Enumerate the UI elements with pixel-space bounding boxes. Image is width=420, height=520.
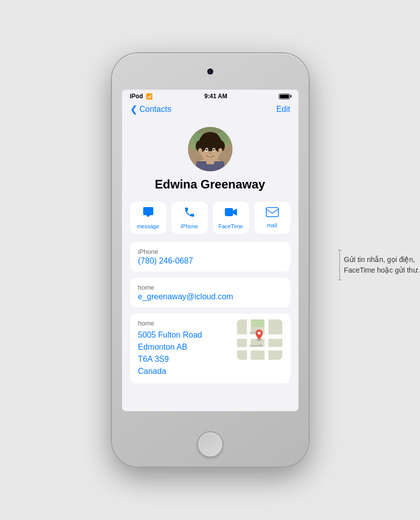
message-icon	[142, 206, 154, 221]
svg-text:03 Ave NW: 03 Ave NW	[250, 344, 262, 347]
contact-name: Edwina Greenaway	[155, 177, 265, 191]
phone-field-value[interactable]: (780) 246-0687	[138, 256, 282, 266]
address-line3: T6A 3S9	[138, 353, 202, 365]
front-camera	[207, 69, 213, 75]
message-button[interactable]: message	[130, 202, 166, 234]
back-label: Contacts	[140, 105, 171, 114]
svg-rect-34	[237, 351, 247, 360]
annotation-text: Gửi tin nhắn, gọi điện, FaceTime hoặc gử…	[344, 254, 419, 276]
screen: iPod 📶 9:41 AM ❮ Contacts Edit	[122, 90, 298, 411]
address-line4: Canada	[138, 365, 202, 377]
phone-info-section[interactable]: iPhone (780) 246-0687	[130, 242, 290, 272]
nav-bar: ❮ Contacts Edit	[122, 102, 298, 119]
svg-point-16	[207, 149, 207, 150]
map-thumbnail[interactable]: Ave NW 03 Ave NW	[237, 319, 282, 360]
battery-icon	[279, 94, 290, 99]
avatar-section: Edwina Greenaway	[122, 119, 298, 200]
svg-rect-37	[251, 319, 264, 327]
home-button[interactable]	[197, 431, 223, 458]
address-line1: 5005 Fulton Road	[138, 329, 202, 341]
annotation-line1: Gửi tin nhắn, gọi điện,	[344, 254, 419, 265]
email-field-label: home	[138, 284, 282, 291]
facetime-icon	[224, 206, 237, 221]
svg-rect-35	[251, 351, 264, 360]
svg-rect-28	[237, 319, 247, 334]
svg-point-15	[213, 149, 215, 151]
mail-label: mail	[267, 222, 277, 228]
chevron-left-icon: ❮	[130, 104, 138, 115]
svg-point-14	[206, 149, 208, 151]
address-section[interactable]: home 5005 Fulton Road Edmonton AB T6A 3S…	[130, 313, 290, 383]
status-time: 9:41 AM	[204, 93, 227, 100]
svg-point-20	[218, 148, 222, 153]
status-right	[279, 94, 290, 99]
iphone-call-button[interactable]: iPhone	[171, 202, 208, 234]
address-line2: Edmonton AB	[138, 341, 202, 353]
svg-point-41	[258, 332, 261, 335]
message-label: message	[137, 223, 159, 229]
svg-point-18	[209, 152, 212, 154]
status-bar: iPod 📶 9:41 AM	[122, 90, 298, 102]
avatar	[188, 127, 232, 171]
svg-rect-33	[269, 339, 282, 347]
device: iPod 📶 9:41 AM ❮ Contacts Edit	[112, 53, 309, 467]
edit-button[interactable]: Edit	[276, 105, 290, 114]
svg-point-19	[198, 148, 202, 153]
status-left: iPod 📶	[130, 93, 153, 100]
svg-point-11	[201, 132, 220, 146]
facetime-button[interactable]: FaceTime	[213, 202, 249, 234]
svg-point-17	[214, 149, 214, 150]
annotation-bracket-line	[339, 250, 340, 280]
svg-rect-36	[269, 351, 282, 360]
annotation: Gửi tin nhắn, gọi điện, FaceTime hoặc gử…	[339, 250, 419, 280]
svg-rect-26	[247, 319, 251, 360]
iphone-label: iPhone	[181, 223, 198, 229]
email-field-value[interactable]: e_greenaway@icloud.com	[138, 292, 282, 301]
carrier-label: iPod	[130, 93, 143, 100]
wifi-icon: 📶	[146, 93, 153, 100]
phone-icon	[184, 206, 196, 221]
address-lines: 5005 Fulton Road Edmonton AB T6A 3S9 Can…	[138, 329, 202, 377]
svg-rect-31	[237, 339, 247, 347]
phone-field-label: iPhone	[138, 248, 282, 255]
mail-icon	[266, 207, 279, 220]
annotation-line2: FaceTime hoặc gửi thư.	[344, 265, 419, 276]
battery-fill	[280, 95, 289, 98]
svg-rect-21	[225, 208, 233, 216]
address-text: home 5005 Fulton Road Edmonton AB T6A 3S…	[138, 319, 202, 377]
svg-rect-27	[265, 319, 268, 360]
svg-rect-22	[266, 208, 278, 217]
mail-button[interactable]: mail	[254, 202, 290, 234]
address-label: home	[138, 319, 202, 327]
contact-content: Edwina Greenaway message	[122, 119, 298, 411]
device-body: iPod 📶 9:41 AM ❮ Contacts Edit	[112, 53, 309, 467]
back-button[interactable]: ❮ Contacts	[130, 104, 171, 115]
facetime-label: FaceTime	[218, 223, 243, 229]
email-info-section[interactable]: home e_greenaway@icloud.com	[130, 278, 290, 307]
action-buttons-row: message iPhone	[122, 200, 298, 242]
svg-rect-25	[237, 347, 282, 350]
svg-rect-30	[269, 319, 282, 334]
